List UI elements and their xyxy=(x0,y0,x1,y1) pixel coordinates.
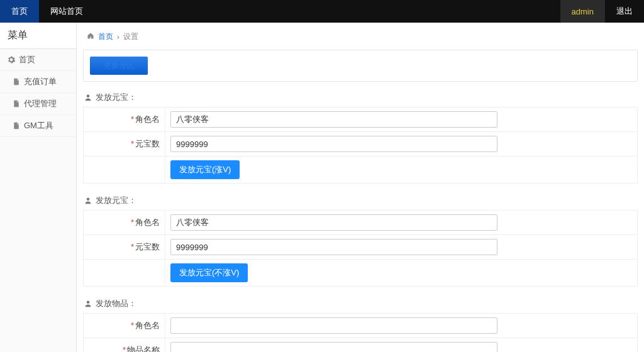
role-name-input[interactable] xyxy=(170,317,497,334)
banner-card: 更换分区 xyxy=(83,50,638,82)
gold-count-input[interactable] xyxy=(170,239,497,255)
change-partition-button[interactable]: 更换分区 xyxy=(90,57,148,75)
form-table: *角色名 *元宝数 发放元宝(涨V) xyxy=(83,107,638,184)
form-table: *角色名 *物品名称 *物品数量 发放物品 xyxy=(83,313,638,352)
gear-icon xyxy=(8,56,15,63)
topnav-sitehome[interactable]: 网站首页 xyxy=(39,0,94,23)
sidebar-title: 菜单 xyxy=(0,23,76,49)
field-label: 物品名称 xyxy=(127,345,160,352)
breadcrumb-separator: › xyxy=(117,33,119,41)
user-icon xyxy=(84,300,92,307)
send-gold-novip-button[interactable]: 发放元宝(不涨V) xyxy=(170,263,248,282)
sidebar-item-agent[interactable]: 代理管理 xyxy=(0,93,76,115)
file-icon xyxy=(13,78,20,85)
breadcrumb-current: 设置 xyxy=(123,31,138,42)
home-icon xyxy=(87,32,94,41)
field-label: 角色名 xyxy=(135,217,160,227)
topnav-user[interactable]: admin xyxy=(560,0,605,23)
section-header: 发放元宝： xyxy=(84,195,638,206)
sidebar-item-recharge[interactable]: 充值订单 xyxy=(0,71,76,93)
sidebar-item-home[interactable]: 首页 xyxy=(0,49,76,71)
section-header: 发放物品： xyxy=(84,298,638,309)
gold-count-input[interactable] xyxy=(170,136,497,152)
field-label: 角色名 xyxy=(135,114,160,124)
section-title: 发放元宝： xyxy=(96,92,136,103)
sidebar-item-label: 首页 xyxy=(19,54,35,65)
file-icon xyxy=(13,100,20,107)
role-name-input[interactable] xyxy=(170,111,497,128)
sidebar: 菜单 首页 充值订单 代理管理 GM工具 xyxy=(0,23,77,352)
role-name-input[interactable] xyxy=(170,214,497,231)
sidebar-item-label: GM工具 xyxy=(24,120,53,131)
field-label: 元宝数 xyxy=(135,139,160,148)
file-icon xyxy=(13,122,20,129)
breadcrumb: 首页 › 设置 xyxy=(83,29,638,50)
topbar: 首页 网站首页 admin 退出 xyxy=(0,0,644,23)
topnav-logout[interactable]: 退出 xyxy=(605,0,644,23)
field-label: 角色名 xyxy=(135,321,160,330)
send-gold-vip-button[interactable]: 发放元宝(涨V) xyxy=(170,160,240,179)
section-title: 发放元宝： xyxy=(96,195,136,206)
sidebar-item-label: 充值订单 xyxy=(24,76,57,87)
section-title: 发放物品： xyxy=(96,298,136,309)
sidebar-item-gmtool[interactable]: GM工具 xyxy=(0,115,76,137)
section-header: 发放元宝： xyxy=(84,92,638,103)
user-icon xyxy=(84,197,92,204)
user-icon xyxy=(84,94,92,101)
sidebar-item-label: 代理管理 xyxy=(24,98,57,109)
breadcrumb-home-link[interactable]: 首页 xyxy=(98,31,113,42)
item-name-input[interactable] xyxy=(170,342,497,352)
main-content: 首页 › 设置 更换分区 发放元宝： *角色名 *元宝数 发 xyxy=(77,23,644,352)
topnav-home[interactable]: 首页 xyxy=(0,0,39,23)
field-label: 元宝数 xyxy=(135,242,160,251)
form-table: *角色名 *元宝数 发放元宝(不涨V) xyxy=(83,210,638,287)
